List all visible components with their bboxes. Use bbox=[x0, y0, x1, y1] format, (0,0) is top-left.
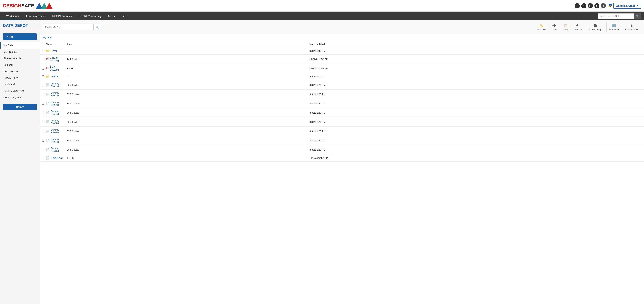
modified-cell: 8/3/21 1:20 PM bbox=[307, 99, 644, 108]
linkedin-icon[interactable]: in bbox=[588, 3, 593, 8]
logo: DESIGNSAFE bbox=[3, 3, 34, 9]
rtf-file-icon: 📄 bbox=[46, 111, 50, 114]
name-column-header: Name bbox=[46, 43, 52, 45]
file-link[interactable]: Dummy File 8.rtf bbox=[51, 147, 62, 152]
sidebar-item-google-drive[interactable]: Google Drive bbox=[0, 75, 40, 81]
table-row: 📄 Dummy File 7.rtf 355.0 bytes 8/3/21 1:… bbox=[40, 136, 644, 145]
svg-file-icon: 📄 bbox=[46, 156, 50, 160]
nav-search-button[interactable]: 🔍 bbox=[634, 14, 641, 19]
preview-images-label: Preview Images bbox=[588, 28, 603, 31]
row-checkbox[interactable] bbox=[42, 76, 44, 78]
sidebar-item-dropbox[interactable]: Dropbox.com bbox=[0, 68, 40, 75]
help-button[interactable]: Help ▾ bbox=[3, 104, 37, 110]
row-checkbox[interactable] bbox=[42, 93, 44, 95]
name-cell: 📄 Dummy File 3.rtf bbox=[40, 99, 65, 108]
rtf-file-icon: 📄 bbox=[46, 93, 50, 96]
find-search-button[interactable]: 🔍 bbox=[94, 24, 101, 30]
nav-item-workspace[interactable]: Workspace bbox=[3, 12, 23, 20]
name-cell: 📁 archive bbox=[40, 73, 65, 80]
welcome-button[interactable]: Welcome, Craig! ▼ bbox=[613, 3, 641, 9]
breadcrumb[interactable]: My Data bbox=[40, 34, 644, 41]
modified-cell: 11/22/22 2:52 PM bbox=[307, 64, 644, 73]
file-link[interactable]: Dummy File 7.rtf bbox=[51, 138, 62, 143]
row-checkbox[interactable] bbox=[42, 112, 44, 114]
size-cell: 355.0 bytes bbox=[65, 99, 307, 108]
row-checkbox[interactable] bbox=[42, 157, 44, 159]
sidebar-item-published-nees[interactable]: Published (NEES) bbox=[0, 88, 40, 94]
copy-button[interactable]: 📋 Copy bbox=[560, 23, 570, 32]
preview-button[interactable]: 👁 Preview bbox=[571, 23, 584, 32]
modified-cell: 11/22/22 2:52 PM bbox=[307, 55, 644, 64]
nav-item-news[interactable]: News bbox=[105, 12, 118, 20]
trash-icon: 🗑 bbox=[630, 24, 633, 28]
facebook-icon[interactable]: f bbox=[575, 3, 580, 8]
move-button[interactable]: ➕ Move bbox=[549, 23, 559, 32]
rename-button[interactable]: ✏️ Rename bbox=[535, 23, 548, 32]
size-cell: 3.1 kB bbox=[65, 64, 307, 73]
file-link[interactable]: Extract.svg bbox=[51, 157, 62, 159]
nav-search-input[interactable] bbox=[598, 14, 634, 19]
nav-item-nheri-facilities[interactable]: NHERI Facilities bbox=[49, 12, 75, 20]
modified-column-header: Last modified bbox=[307, 41, 644, 47]
nav-item-nheri-community[interactable]: NHERI Community bbox=[76, 12, 105, 20]
youtube-icon[interactable]: ▶ bbox=[594, 3, 600, 8]
modified-cell: 8/3/21 1:20 PM bbox=[307, 108, 644, 117]
modified-cell: 8/3/21 1:20 PM bbox=[307, 145, 644, 154]
logo-triangle-red-icon bbox=[46, 3, 52, 9]
file-link[interactable]: Dummy File 6.rtf bbox=[51, 128, 62, 134]
download-button[interactable]: ⬇️ Download bbox=[606, 23, 621, 32]
slack-icon[interactable]: # bbox=[601, 3, 606, 8]
row-checkbox[interactable] bbox=[42, 149, 44, 151]
row-checkbox[interactable] bbox=[42, 102, 44, 105]
size-cell: 355.0 bytes bbox=[65, 145, 307, 154]
move-to-trash-button[interactable]: 🗑 Move to Trash bbox=[622, 23, 641, 32]
file-link[interactable]: Dummy File 5.rtf bbox=[51, 119, 62, 125]
file-link[interactable]: 126284-200.png bbox=[50, 56, 62, 62]
select-all-checkbox[interactable] bbox=[42, 43, 44, 45]
find-input[interactable] bbox=[43, 24, 94, 30]
sidebar-item-community-data[interactable]: Community Data bbox=[0, 94, 40, 101]
welcome-dropdown-arrow-icon: ▼ bbox=[637, 5, 638, 7]
table-row: 📄 Dummy File 5.rtf 355.0 bytes 8/3/21 1:… bbox=[40, 117, 644, 127]
size-cell: -- bbox=[65, 47, 307, 55]
file-link[interactable]: Dummy File 4.rtf bbox=[51, 110, 62, 115]
rtf-file-icon: 📄 bbox=[46, 102, 50, 105]
file-link[interactable]: .Trash bbox=[51, 50, 58, 52]
row-checkbox[interactable] bbox=[42, 58, 44, 60]
bell-icon[interactable]: 🔔 21 bbox=[608, 4, 611, 7]
row-checkbox[interactable] bbox=[42, 130, 44, 132]
modified-cell: 3/3/21 3:46 PM bbox=[307, 47, 644, 55]
copy-icon: 📋 bbox=[564, 24, 568, 28]
file-link[interactable]: Dummy File 3.rtf bbox=[51, 101, 62, 106]
sidebar-item-shared-with-me[interactable]: Shared with Me bbox=[0, 55, 40, 62]
file-link[interactable]: Dummy File 2.rtf bbox=[51, 91, 62, 97]
sidebar-item-my-projects[interactable]: My Projects bbox=[0, 49, 40, 55]
select-all-header[interactable]: Name bbox=[40, 41, 65, 47]
table-row: 📄 Dummy File 6.rtf 355.0 bytes 8/3/21 1:… bbox=[40, 127, 644, 136]
image-file-icon: 🖼 bbox=[46, 67, 49, 70]
file-link[interactable]: Dummy File 1.rtf bbox=[51, 82, 62, 88]
twitter-icon[interactable]: t bbox=[581, 3, 586, 8]
folder-icon: 📁 bbox=[46, 75, 50, 78]
file-link[interactable]: archive bbox=[51, 75, 58, 78]
sidebar-item-published[interactable]: Published bbox=[0, 81, 40, 88]
nav-item-learning-center[interactable]: Learning Center bbox=[23, 12, 49, 20]
sidebar-item-box[interactable]: Box.com bbox=[0, 62, 40, 68]
sidebar-item-my-data[interactable]: My Data bbox=[0, 42, 40, 49]
row-checkbox[interactable] bbox=[42, 67, 44, 70]
main-layout: DATA DEPOT + Add My Data My Projects Sha… bbox=[0, 20, 644, 304]
add-button[interactable]: + Add bbox=[3, 33, 37, 40]
rtf-file-icon: 📄 bbox=[46, 148, 50, 151]
row-checkbox[interactable] bbox=[42, 50, 44, 52]
welcome-label: Welcome, Craig! bbox=[616, 4, 636, 7]
row-checkbox[interactable] bbox=[42, 139, 44, 142]
preview-images-button[interactable]: 🖼 Preview Images bbox=[585, 23, 606, 32]
rtf-file-icon: 📄 bbox=[46, 130, 50, 133]
file-link[interactable]: 8501-200.png bbox=[50, 66, 62, 71]
nav-item-help[interactable]: Help bbox=[118, 12, 130, 20]
nav-items: Workspace Learning Center NHERI Faciliti… bbox=[3, 12, 130, 20]
download-label: Download bbox=[609, 28, 619, 31]
logo-icons bbox=[36, 3, 52, 9]
row-checkbox[interactable] bbox=[42, 121, 44, 123]
row-checkbox[interactable] bbox=[42, 84, 44, 86]
